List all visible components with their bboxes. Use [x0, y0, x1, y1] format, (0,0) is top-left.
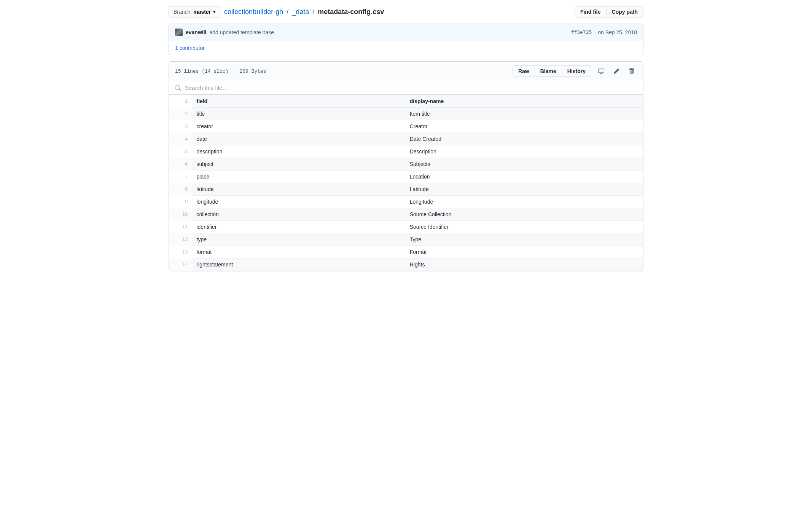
line-number[interactable]: 2 — [169, 108, 192, 120]
table-row: 6subjectSubjects — [169, 158, 643, 171]
cell: longitude — [192, 196, 405, 208]
line-number[interactable]: 14 — [169, 258, 192, 271]
cell: Source Identifier — [405, 221, 643, 233]
table-row: 11identifierSource Identifier — [169, 221, 643, 233]
blame-button[interactable]: Blame — [535, 65, 562, 77]
copy-path-button[interactable]: Copy path — [606, 6, 643, 18]
cell: Description — [405, 145, 643, 158]
divider — [234, 67, 234, 75]
cell: Creator — [405, 120, 643, 133]
cell: format — [192, 246, 405, 258]
cell: Source Collection — [405, 208, 643, 221]
trash-icon[interactable] — [626, 66, 637, 77]
breadcrumb-dir[interactable]: _data — [292, 8, 309, 16]
cell: latitude — [192, 183, 405, 196]
table-row: 2titleItem title — [169, 108, 643, 120]
cell: Location — [405, 171, 643, 183]
branch-label: Branch: — [174, 9, 192, 15]
line-number[interactable]: 10 — [169, 208, 192, 221]
breadcrumb-repo[interactable]: collectionbuilder-gh — [224, 8, 283, 16]
cell: Rights — [405, 258, 643, 271]
cell: Subjects — [405, 158, 643, 171]
search-input[interactable] — [184, 84, 637, 91]
cell: display-name — [405, 95, 643, 108]
cell: Date Created — [405, 133, 643, 145]
cell: description — [192, 145, 405, 158]
raw-button[interactable]: Raw — [513, 65, 535, 77]
cell: subject — [192, 158, 405, 171]
cell: date — [192, 133, 405, 145]
branch-value: master — [193, 9, 211, 15]
history-button[interactable]: History — [562, 65, 591, 77]
cell: creator — [192, 120, 405, 133]
table-row: 4dateDate Created — [169, 133, 643, 145]
line-number[interactable]: 4 — [169, 133, 192, 145]
table-row: 5descriptionDescription — [169, 145, 643, 158]
pencil-icon[interactable] — [611, 66, 622, 77]
line-number[interactable]: 9 — [169, 196, 192, 208]
line-number[interactable]: 7 — [169, 171, 192, 183]
table-row: 10collectionSource Collection — [169, 208, 643, 221]
commit-message[interactable]: add updated template base — [209, 29, 274, 35]
table-row: 9longitudeLongitude — [169, 196, 643, 208]
file-lines: 15 lines (14 sloc) — [175, 69, 228, 74]
table-row: 3creatorCreator — [169, 120, 643, 133]
find-file-button[interactable]: Find file — [575, 6, 607, 18]
cell: collection — [192, 208, 405, 221]
desktop-icon[interactable] — [596, 66, 607, 77]
avatar[interactable] — [175, 29, 183, 36]
caret-down-icon: ▼ — [212, 10, 216, 14]
line-number[interactable]: 11 — [169, 221, 192, 233]
line-number[interactable]: 5 — [169, 145, 192, 158]
breadcrumb: collectionbuilder-gh / _data / metadata-… — [224, 8, 384, 16]
cell: field — [192, 95, 405, 108]
table-row: 13formatFormat — [169, 246, 643, 258]
branch-select[interactable]: Branch: master ▼ — [169, 6, 221, 18]
line-number[interactable]: 3 — [169, 120, 192, 133]
search-icon — [175, 85, 181, 91]
cell: Type — [405, 233, 643, 246]
table-row: 7placeLocation — [169, 171, 643, 183]
cell: type — [192, 233, 405, 246]
commit-author[interactable]: evanwill — [186, 29, 206, 35]
cell: identifier — [192, 221, 405, 233]
contributors-link[interactable]: 1 contributor — [175, 45, 205, 51]
commit-sha[interactable]: ff3e725 — [571, 30, 592, 35]
table-row: 12typeType — [169, 233, 643, 246]
cell: title — [192, 108, 405, 120]
cell: Format — [405, 246, 643, 258]
breadcrumb-file: metadata-config.csv — [318, 8, 384, 16]
line-number[interactable]: 1 — [169, 95, 192, 108]
cell: Latitude — [405, 183, 643, 196]
line-number[interactable]: 6 — [169, 158, 192, 171]
line-number[interactable]: 8 — [169, 183, 192, 196]
cell: place — [192, 171, 405, 183]
file-size: 269 Bytes — [239, 69, 266, 74]
cell: Longitude — [405, 196, 643, 208]
cell: Item title — [405, 108, 643, 120]
commit-date: on Sep 25, 2018 — [598, 29, 637, 35]
csv-table: 1fielddisplay-name2titleItem title3creat… — [169, 95, 643, 271]
table-row: 1fielddisplay-name — [169, 95, 643, 108]
line-number[interactable]: 13 — [169, 246, 192, 258]
cell: rightsstatement — [192, 258, 405, 271]
table-row: 14rightsstatementRights — [169, 258, 643, 271]
table-row: 8latitudeLatitude — [169, 183, 643, 196]
line-number[interactable]: 12 — [169, 233, 192, 246]
